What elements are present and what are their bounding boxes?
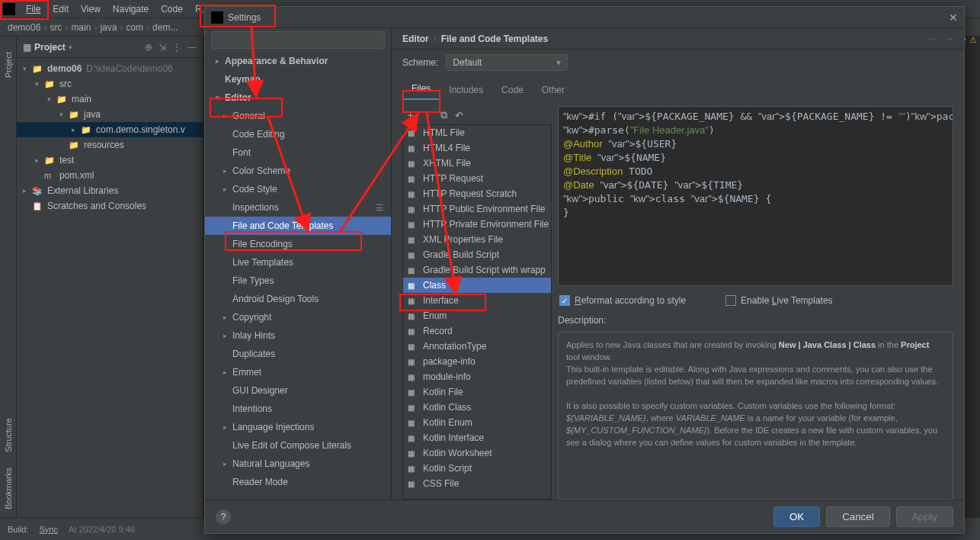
template-tab[interactable]: Includes — [440, 80, 492, 100]
template-tab[interactable]: Other — [533, 80, 574, 100]
breadcrumb-item[interactable]: src — [50, 22, 62, 33]
help-button[interactable]: ? — [216, 509, 231, 525]
settings-tree-item[interactable]: Code Editing — [205, 125, 391, 143]
breadcrumb-item[interactable]: java — [100, 22, 117, 33]
template-file-list[interactable]: ▦HTML File▦HTML4 File▦XHTML File▦HTTP Re… — [402, 124, 552, 500]
settings-tree-item[interactable]: Android Design Tools — [205, 290, 391, 308]
template-tab[interactable]: Files — [402, 79, 440, 100]
project-tree-node[interactable]: 📋Scratches and Consoles — [17, 198, 203, 214]
settings-crumb-item[interactable]: Editor — [402, 34, 429, 44]
tool-tab-project[interactable]: Project — [4, 52, 13, 78]
settings-tree-item[interactable]: File and Code Templates — [205, 217, 391, 235]
menu-code[interactable]: Code — [155, 2, 189, 17]
live-templates-checkbox[interactable] — [725, 295, 736, 306]
back-icon[interactable]: ← — [927, 34, 937, 44]
template-file-item[interactable]: ▦HTTP Request — [403, 171, 551, 186]
settings-tree-item[interactable]: Duplicates — [205, 345, 391, 363]
project-tree-node[interactable]: ▸📁com.demo.singleton.v — [17, 122, 203, 137]
settings-tree-item[interactable]: ▸Emmet — [205, 363, 391, 381]
copy-icon[interactable]: ⧉ — [440, 109, 447, 121]
settings-tree-item[interactable]: Live Templates — [205, 253, 391, 272]
settings-tree-item[interactable]: Font — [205, 143, 391, 162]
template-file-item[interactable]: ▦Kotlin File — [403, 384, 551, 400]
project-tree[interactable]: ▾📁demo06D:\ideaCode\demo06▾📁src▾📁main▾📁j… — [17, 58, 203, 217]
template-file-item[interactable]: ▦HTML File — [403, 125, 551, 140]
settings-tree-item[interactable]: Intentions — [205, 400, 391, 418]
settings-tree-item[interactable]: Keymap — [205, 70, 391, 88]
settings-tree-item[interactable]: ▸Inlay Hints — [205, 326, 391, 345]
template-file-item[interactable]: ▦Kotlin Interface — [403, 430, 551, 445]
apply-button[interactable]: Apply — [896, 506, 953, 527]
tool-tab-bookmarks[interactable]: Bookmarks — [4, 468, 13, 509]
breadcrumb-item[interactable]: demo06 — [8, 22, 40, 33]
template-file-item[interactable]: ▦Kotlin Script — [403, 461, 551, 476]
template-file-item[interactable]: ▦Kotlin Class — [403, 400, 551, 415]
settings-tree-item[interactable]: ▸Code Style — [205, 180, 391, 198]
reformat-checkbox[interactable]: ✓ — [559, 295, 570, 306]
tool-tab-structure[interactable]: Structure — [4, 418, 13, 452]
revert-icon[interactable]: ↶ — [455, 110, 463, 121]
forward-icon[interactable]: → — [944, 34, 953, 44]
template-file-item[interactable]: ▦Kotlin Enum — [403, 415, 551, 430]
expand-icon[interactable]: ⇲ — [159, 42, 166, 53]
template-file-item[interactable]: ▦Kotlin Worksheet — [403, 445, 551, 461]
template-file-item[interactable]: ▦XML Properties File — [403, 232, 551, 247]
hide-icon[interactable]: — — [187, 42, 197, 53]
ok-button[interactable]: OK — [773, 506, 820, 527]
settings-tree-item[interactable]: Live Edit of Compose Literals — [205, 436, 391, 455]
template-tab[interactable]: Code — [492, 80, 533, 100]
template-file-item[interactable]: ▦Record — [403, 323, 551, 339]
settings-tree-item[interactable]: ▸Language Injections — [205, 418, 391, 436]
settings-tree-item[interactable]: ▸General — [205, 107, 391, 125]
settings-tree-item[interactable]: Inspections☰ — [205, 198, 391, 217]
project-tree-node[interactable]: 📁resources — [17, 137, 203, 153]
project-tree-node[interactable]: ▸📚External Libraries — [17, 183, 203, 198]
add-icon[interactable]: ＋ — [405, 108, 415, 122]
breadcrumb-item[interactable]: com — [126, 22, 143, 33]
template-file-item[interactable]: ▦CSS File — [403, 476, 551, 491]
remove-icon[interactable]: － — [423, 108, 433, 122]
template-file-item[interactable]: ▦Class — [403, 278, 551, 293]
template-file-item[interactable]: ▦Gradle Build Script — [403, 247, 551, 262]
project-tree-node[interactable]: ▾📁main — [17, 92, 203, 107]
template-code-editor[interactable]: "kw">#if ("var">${PACKAGE_NAME} && "var"… — [558, 106, 953, 286]
template-file-item[interactable]: ▦package-info — [403, 354, 551, 369]
sync-tab[interactable]: Sync — [40, 525, 58, 534]
template-file-item[interactable]: ▦Enum — [403, 308, 551, 323]
template-file-item[interactable]: ▦AnnotationType — [403, 339, 551, 354]
settings-icon[interactable]: ⋮ — [172, 42, 181, 53]
settings-tree-item[interactable]: ▸Color Scheme — [205, 162, 391, 180]
template-file-item[interactable]: ▦HTTP Private Environment File — [403, 217, 551, 232]
project-tree-node[interactable]: ▾📁demo06D:\ideaCode\demo06 — [17, 61, 203, 76]
template-file-item[interactable]: ▦HTML4 File — [403, 140, 551, 156]
settings-tree-item[interactable]: File Types — [205, 272, 391, 290]
settings-tree-item[interactable]: Reader Mode — [205, 473, 391, 491]
template-file-item[interactable]: ▦module-info — [403, 369, 551, 384]
template-file-item[interactable]: ▦Gradle Build Script with wrapp — [403, 262, 551, 278]
settings-tree-item[interactable]: ▾Editor — [205, 88, 391, 107]
breadcrumb-item[interactable]: dem... — [152, 22, 178, 33]
menu-edit[interactable]: Edit — [46, 2, 75, 17]
settings-search-input[interactable] — [211, 31, 385, 49]
close-icon[interactable]: ✕ — [949, 11, 958, 24]
template-file-item[interactable]: ▦HTTP Public Environment File — [403, 201, 551, 217]
template-file-item[interactable]: ▦XHTML File — [403, 156, 551, 171]
select-opened-icon[interactable]: ⊕ — [145, 42, 152, 53]
template-file-item[interactable]: ▦Interface — [403, 293, 551, 308]
settings-tree-item[interactable]: ▸Copyright — [205, 308, 391, 326]
settings-tree-item[interactable]: GUI Designer — [205, 381, 391, 400]
project-tree-node[interactable]: ▾📁src — [17, 76, 203, 92]
menu-navigate[interactable]: Navigate — [107, 2, 155, 17]
scheme-select[interactable]: Default — [446, 54, 568, 71]
settings-tree-item[interactable]: ▸Natural Languages — [205, 455, 391, 473]
project-tree-node[interactable]: ▸📁test — [17, 153, 203, 168]
settings-tree-item[interactable]: ▸Appearance & Behavior — [205, 52, 391, 70]
project-tree-node[interactable]: mpom.xml — [17, 168, 203, 183]
cancel-button[interactable]: Cancel — [826, 506, 890, 527]
template-file-item[interactable]: ▦HTTP Request Scratch — [403, 186, 551, 201]
project-tree-node[interactable]: ▾📁java — [17, 107, 203, 122]
settings-tree-item[interactable]: File Encodings — [205, 235, 391, 253]
menu-file[interactable]: File — [20, 2, 46, 17]
menu-view[interactable]: View — [75, 2, 107, 17]
breadcrumb-item[interactable]: main — [71, 22, 91, 33]
